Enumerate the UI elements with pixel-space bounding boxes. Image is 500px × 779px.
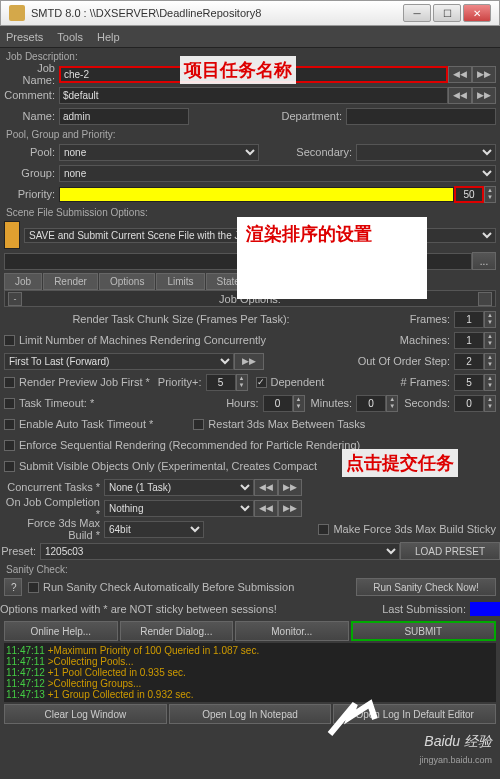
oncomplete-prev-button[interactable]: ◀◀	[254, 500, 278, 517]
main-buttons-row: Online Help... Render Dialog... Monitor.…	[4, 621, 496, 641]
annotation-jobname: 项目任务名称	[180, 56, 296, 84]
section-menu-button[interactable]	[478, 292, 492, 306]
annotation-submit: 点击提交任务	[342, 449, 458, 477]
spin-buttons[interactable]: ▲▼	[484, 374, 496, 391]
submit-button[interactable]: SUBMIT	[351, 621, 496, 641]
machines-spinner[interactable]	[454, 332, 484, 349]
limit-machines-checkbox[interactable]	[4, 335, 15, 346]
dept-label: Department:	[189, 110, 346, 122]
enable-auto-label: Enable Auto Task Timeout *	[19, 418, 153, 430]
hours-label: Hours:	[226, 397, 262, 409]
spin-buttons[interactable]: ▲▼	[484, 332, 496, 349]
spin-buttons[interactable]: ▲▼	[386, 395, 398, 412]
open-notepad-button[interactable]: Open Log In Notepad	[169, 704, 332, 724]
comment-input[interactable]	[59, 87, 448, 104]
enforce-seq-checkbox[interactable]	[4, 440, 15, 451]
task-timeout-checkbox[interactable]	[4, 398, 15, 409]
title-bar: SMTD 8.0 : \\DXSERVER\DeadlineRepository…	[0, 0, 500, 26]
hashframes-spinner[interactable]	[454, 374, 484, 391]
clear-log-button[interactable]: Clear Log Window	[4, 704, 167, 724]
concurrent-select[interactable]: None (1 Task)	[104, 479, 254, 496]
jobname-next-button[interactable]: ▶▶	[472, 66, 496, 83]
restart-3ds-label: Restart 3ds Max Between Tasks	[208, 418, 365, 430]
close-button[interactable]: ✕	[463, 4, 491, 22]
minimize-button[interactable]: ─	[403, 4, 431, 22]
last-submission-label: Last Submission:	[382, 603, 466, 615]
concurrent-next-button[interactable]: ▶▶	[278, 479, 302, 496]
tab-render[interactable]: Render	[43, 273, 98, 290]
collapse-button[interactable]: -	[8, 292, 22, 306]
tab-job[interactable]: Job	[4, 273, 42, 290]
seconds-label: Seconds:	[404, 397, 454, 409]
minutes-label: Minutes:	[311, 397, 357, 409]
outoforder-label: Out Of Order Step:	[358, 355, 454, 367]
priority-spin-buttons[interactable]: ▲▼	[484, 186, 496, 203]
last-submission-chip	[470, 602, 500, 616]
spin-buttons[interactable]: ▲▼	[484, 353, 496, 370]
secondary-select[interactable]	[356, 144, 496, 161]
app-icon	[9, 5, 25, 21]
restart-3ds-checkbox[interactable]	[193, 419, 204, 430]
tab-limits[interactable]: Limits	[156, 273, 204, 290]
make-sticky-checkbox[interactable]	[318, 524, 329, 535]
render-preview-checkbox[interactable]	[4, 377, 15, 388]
sanity-help-button[interactable]: ?	[4, 578, 22, 596]
menu-tools[interactable]: Tools	[57, 31, 83, 43]
watermark: Baidu 经验	[424, 733, 492, 751]
group-select[interactable]: none	[59, 165, 496, 182]
enforce-seq-label: Enforce Sequential Rendering (Recommende…	[19, 439, 360, 451]
sanity-auto-checkbox[interactable]	[28, 582, 39, 593]
outoforder-spinner[interactable]	[454, 353, 484, 370]
menu-presets[interactable]: Presets	[6, 31, 43, 43]
forcebuild-select[interactable]: 64bit	[104, 521, 204, 538]
order-play-button[interactable]: ▶▶	[234, 353, 264, 370]
log-window: 11:47:11 +Maximum Priority of 100 Querie…	[4, 643, 496, 702]
log-line: 11:47:13 +1 Group Collected in 0.932 sec…	[6, 689, 494, 700]
run-sanity-button[interactable]: Run Sanity Check Now!	[356, 578, 496, 596]
priority-spinner[interactable]	[454, 186, 484, 203]
order-select[interactable]: First To Last (Forward)	[4, 353, 234, 370]
annotation-priority: 渲染排序的设置	[242, 220, 376, 248]
maximize-button[interactable]: ☐	[433, 4, 461, 22]
oncomplete-select[interactable]: Nothing	[104, 500, 254, 517]
hours-spinner[interactable]	[263, 395, 293, 412]
priorityplus-spinner[interactable]	[206, 374, 236, 391]
spin-buttons[interactable]: ▲▼	[236, 374, 248, 391]
frames-spinner[interactable]	[454, 311, 484, 328]
spin-buttons[interactable]: ▲▼	[484, 311, 496, 328]
minutes-spinner[interactable]	[356, 395, 386, 412]
comment-prev-button[interactable]: ◀◀	[448, 87, 472, 104]
comment-next-button[interactable]: ▶▶	[472, 87, 496, 104]
dependent-checkbox[interactable]	[256, 377, 267, 388]
name-input[interactable]	[59, 108, 189, 125]
render-preview-label: Render Preview Job First *	[19, 376, 150, 388]
secondary-label: Secondary:	[259, 146, 356, 158]
spin-buttons[interactable]: ▲▼	[293, 395, 305, 412]
online-help-button[interactable]: Online Help...	[4, 621, 118, 641]
seconds-spinner[interactable]	[454, 395, 484, 412]
enable-auto-checkbox[interactable]	[4, 419, 15, 430]
log-line: 11:47:12 >Collecting Groups...	[6, 678, 494, 689]
preset-row: Preset: 1205c03 LOAD PRESET	[0, 541, 500, 561]
concurrent-label: Concurrent Tasks *	[4, 481, 104, 493]
tab-options[interactable]: Options	[99, 273, 155, 290]
scene-color-chip[interactable]	[4, 221, 20, 249]
jobname-prev-button[interactable]: ◀◀	[448, 66, 472, 83]
pool-select[interactable]: none	[59, 144, 259, 161]
priorityplus-label: Priority+:	[158, 376, 206, 388]
dept-input[interactable]	[346, 108, 496, 125]
load-preset-button[interactable]: LOAD PRESET	[400, 542, 500, 560]
oncomplete-next-button[interactable]: ▶▶	[278, 500, 302, 517]
spin-buttons[interactable]: ▲▼	[484, 395, 496, 412]
browse-button[interactable]: ...	[472, 252, 496, 270]
pool-group-section: Pool, Group and Priority: Pool: none Sec…	[4, 128, 496, 204]
menu-help[interactable]: Help	[97, 31, 120, 43]
preset-select[interactable]: 1205c03	[40, 543, 400, 560]
concurrent-prev-button[interactable]: ◀◀	[254, 479, 278, 496]
submit-visible-checkbox[interactable]	[4, 461, 15, 472]
monitor-button[interactable]: Monitor...	[235, 621, 349, 641]
sanity-section: Sanity Check: ? Run Sanity Check Automat…	[4, 563, 496, 597]
priority-slider[interactable]	[59, 187, 454, 202]
render-dialog-button[interactable]: Render Dialog...	[120, 621, 234, 641]
task-timeout-label: Task Timeout: *	[19, 397, 94, 409]
